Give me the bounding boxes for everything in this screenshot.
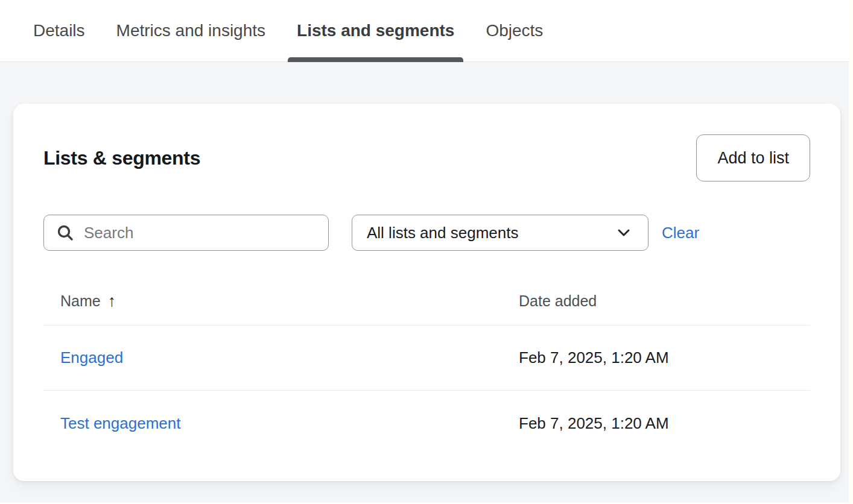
search-icon — [56, 224, 74, 242]
tab-lists-and-segments[interactable]: Lists and segments — [288, 0, 463, 61]
card-header: Lists & segments Add to list — [43, 134, 810, 181]
page-background: Details Metrics and insights Lists and s… — [0, 0, 849, 504]
table-header-row: Name ↑ Date added — [43, 277, 810, 326]
list-link-engaged[interactable]: Engaged — [60, 348, 123, 367]
page-title: Lists & segments — [43, 147, 200, 169]
dropdown-selected-value: All lists and segments — [367, 224, 518, 242]
tab-metrics-and-insights[interactable]: Metrics and insights — [107, 0, 274, 61]
table-row: Test engagement Feb 7, 2025, 1:20 AM — [43, 391, 810, 456]
column-header-name[interactable]: Name ↑ — [60, 292, 519, 310]
tab-bar: Details Metrics and insights Lists and s… — [0, 0, 849, 62]
lists-segments-card: Lists & segments Add to list All lists a… — [13, 104, 840, 481]
search-box[interactable] — [43, 215, 329, 251]
table-row: Engaged Feb 7, 2025, 1:20 AM — [43, 326, 810, 391]
date-added-value: Feb 7, 2025, 1:20 AM — [519, 348, 810, 367]
list-link-test-engagement[interactable]: Test engagement — [60, 414, 180, 433]
date-added-value: Feb 7, 2025, 1:20 AM — [519, 414, 810, 433]
tab-objects[interactable]: Objects — [477, 0, 552, 61]
chevron-down-icon — [614, 223, 633, 242]
name-header-label: Name — [60, 292, 101, 310]
add-to-list-button[interactable]: Add to list — [696, 134, 810, 181]
clear-filters-link[interactable]: Clear — [662, 224, 699, 242]
lists-filter-dropdown[interactable]: All lists and segments — [352, 215, 648, 251]
tab-details[interactable]: Details — [24, 0, 94, 61]
search-input[interactable] — [84, 224, 316, 242]
lists-segments-table: Name ↑ Date added Engaged Feb 7, 2025, 1… — [43, 277, 810, 456]
filter-controls: All lists and segments Clear — [43, 215, 810, 251]
column-header-date-added: Date added — [519, 292, 810, 310]
sort-ascending-icon: ↑ — [108, 292, 116, 310]
